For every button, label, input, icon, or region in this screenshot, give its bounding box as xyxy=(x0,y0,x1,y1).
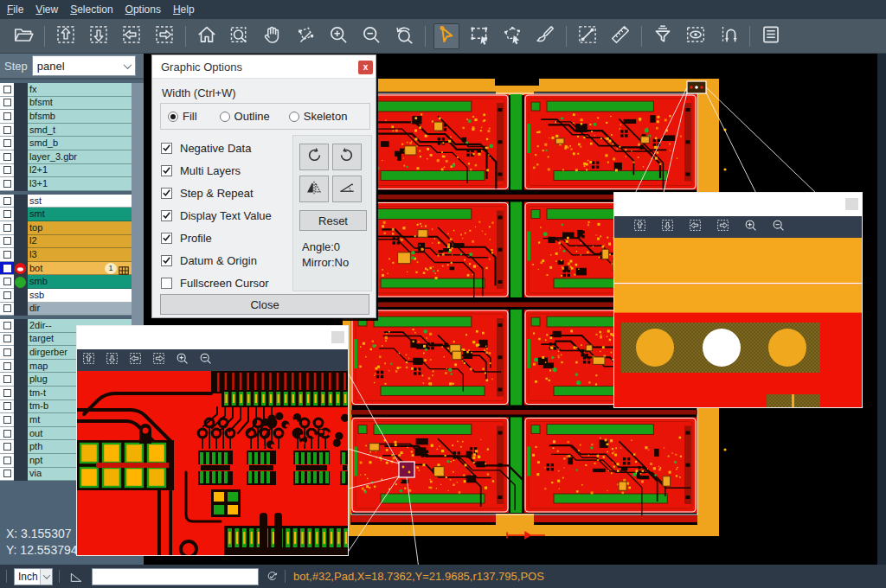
layer-row-l3+1[interactable]: l3+1 xyxy=(0,177,132,191)
layer-name-cell[interactable]: top xyxy=(28,221,132,235)
layer-checkbox[interactable] xyxy=(0,360,14,374)
pcb-board[interactable] xyxy=(351,310,509,406)
zoom-out-button[interactable] xyxy=(770,220,786,235)
layer-checkbox[interactable] xyxy=(0,346,14,360)
dialog-checkbox-multi-layers[interactable]: Multi Layers xyxy=(161,159,272,182)
layer-row-fx[interactable]: fx xyxy=(0,83,132,97)
home-button[interactable] xyxy=(194,23,220,49)
pan-up-box-button[interactable] xyxy=(80,353,96,368)
layer-name-cell[interactable]: l3 xyxy=(28,248,132,262)
snap-magnet-button[interactable] xyxy=(716,23,742,49)
layer-name-cell[interactable]: smd_b xyxy=(28,137,132,150)
layer-checkbox[interactable] xyxy=(0,333,14,347)
angle-measure-icon[interactable] xyxy=(69,570,83,584)
dialog-checkbox-display-text-value[interactable]: Display Text Value xyxy=(161,204,272,227)
rotate-cw-button[interactable] xyxy=(299,144,329,170)
select-polygon-button[interactable] xyxy=(499,23,525,49)
select-rectangle-button[interactable] xyxy=(466,23,492,49)
unit-select[interactable]: Inch xyxy=(14,568,53,585)
zoom-in-button[interactable] xyxy=(742,220,758,235)
canvas-vertical-scrollbar[interactable] xyxy=(877,54,886,565)
layer-checkbox[interactable] xyxy=(0,319,14,333)
layer-name-cell[interactable]: l2+1 xyxy=(28,164,132,178)
layer-row-bot[interactable]: bot1 xyxy=(0,262,132,276)
pcb-board[interactable] xyxy=(524,418,697,516)
select-pointer-button[interactable] xyxy=(433,23,459,49)
open-folder-button[interactable] xyxy=(10,23,36,49)
layer-checkbox[interactable] xyxy=(0,195,14,208)
view-eye-button[interactable] xyxy=(683,23,709,49)
layer-row-smd_t[interactable]: smd_t xyxy=(0,124,132,137)
layer-row-smt[interactable]: smt xyxy=(0,208,132,221)
layer-name-cell[interactable]: ssb xyxy=(28,289,132,303)
pan-up-box-button[interactable] xyxy=(53,23,79,49)
command-input[interactable] xyxy=(92,568,259,585)
layer-row-l3[interactable]: l3 xyxy=(0,248,132,262)
layer-checkbox[interactable] xyxy=(0,150,14,164)
menu-options[interactable]: Options xyxy=(119,3,167,16)
layer-row-bfsmb[interactable]: bfsmb xyxy=(0,110,132,124)
layer-row-l2+1[interactable]: l2+1 xyxy=(0,164,132,178)
sync-check-icon[interactable] xyxy=(266,570,279,583)
chevron-down-icon[interactable] xyxy=(120,56,135,75)
popup-button-icon[interactable] xyxy=(331,331,344,343)
pan-up-box-button[interactable] xyxy=(632,220,647,235)
pan-left-box-button[interactable] xyxy=(119,23,144,49)
layer-row-smb[interactable]: smb xyxy=(0,275,132,289)
layer-checkbox[interactable] xyxy=(0,427,14,441)
layer-name-cell[interactable]: sst xyxy=(28,195,132,208)
layer-checkbox[interactable] xyxy=(0,97,14,111)
layer-checkbox[interactable] xyxy=(0,137,14,150)
layer-name-cell[interactable]: smb xyxy=(28,275,132,289)
layer-checkbox[interactable] xyxy=(0,208,14,221)
menu-help[interactable]: Help xyxy=(167,3,201,16)
layer-name-cell[interactable]: fx xyxy=(28,83,132,97)
zoom-window-button[interactable] xyxy=(227,23,253,49)
dialog-checkbox-negative-data[interactable]: Negative Data xyxy=(161,137,272,159)
close-button[interactable]: Close xyxy=(160,294,369,315)
pan-down-box-button[interactable] xyxy=(104,353,119,368)
pcb-board[interactable] xyxy=(524,94,697,190)
dialog-close-button[interactable]: x xyxy=(358,61,373,74)
zoom-in-button[interactable] xyxy=(325,23,351,49)
reset-button[interactable]: Reset xyxy=(299,210,367,231)
layer-checkbox[interactable] xyxy=(0,468,14,482)
layer-name-cell[interactable]: bot1 xyxy=(28,262,132,276)
pcb-board[interactable] xyxy=(351,418,523,514)
zoom-popup-left-content[interactable] xyxy=(77,371,348,555)
layer-row-l2[interactable]: l2 xyxy=(0,235,132,249)
layer-checkbox[interactable] xyxy=(0,164,14,178)
layer-row-layer_3.gbr[interactable]: layer_3.gbr xyxy=(0,150,132,164)
layer-name-cell[interactable]: bfsmt xyxy=(28,97,132,111)
layer-checkbox[interactable] xyxy=(0,83,14,97)
zoom-popup-left-titlebar[interactable] xyxy=(77,326,348,349)
pan-left-box-button[interactable] xyxy=(687,220,703,235)
pan-right-box-button[interactable] xyxy=(151,23,177,49)
popup-button-icon[interactable] xyxy=(845,198,858,210)
ruler-button[interactable] xyxy=(607,23,633,49)
zoom-shape-button[interactable] xyxy=(292,23,318,49)
layer-name-cell[interactable]: l3+1 xyxy=(28,177,132,191)
radio-skeleton[interactable]: Skeleton xyxy=(289,110,348,123)
zoom-popup-right[interactable] xyxy=(613,192,863,408)
layer-checkbox[interactable] xyxy=(0,413,14,427)
zoom-in-button[interactable] xyxy=(174,353,189,368)
layer-name-cell[interactable]: bfsmb xyxy=(28,110,132,124)
layer-name-cell[interactable]: layer_3.gbr xyxy=(28,150,132,164)
menu-selection[interactable]: Selection xyxy=(64,3,119,16)
layer-checkbox[interactable] xyxy=(0,262,14,276)
layer-checkbox[interactable] xyxy=(0,454,14,468)
layer-row-ssb[interactable]: ssb xyxy=(0,289,132,303)
zoom-out-button[interactable] xyxy=(197,353,213,368)
layer-name-cell[interactable]: l2 xyxy=(28,235,132,249)
layer-checkbox[interactable] xyxy=(0,387,14,400)
report-button[interactable] xyxy=(758,23,784,49)
zoom-previous-button[interactable] xyxy=(391,23,417,49)
pan-right-box-button[interactable] xyxy=(715,220,730,235)
layer-checkbox[interactable] xyxy=(0,440,14,454)
radio-outline[interactable]: Outline xyxy=(220,110,270,123)
layer-row-smd_b[interactable]: smd_b xyxy=(0,137,132,150)
layer-row-dir[interactable]: dir xyxy=(0,303,132,316)
pan-hand-button[interactable] xyxy=(260,23,286,49)
dialog-checkbox-profile[interactable]: Profile xyxy=(161,227,272,249)
